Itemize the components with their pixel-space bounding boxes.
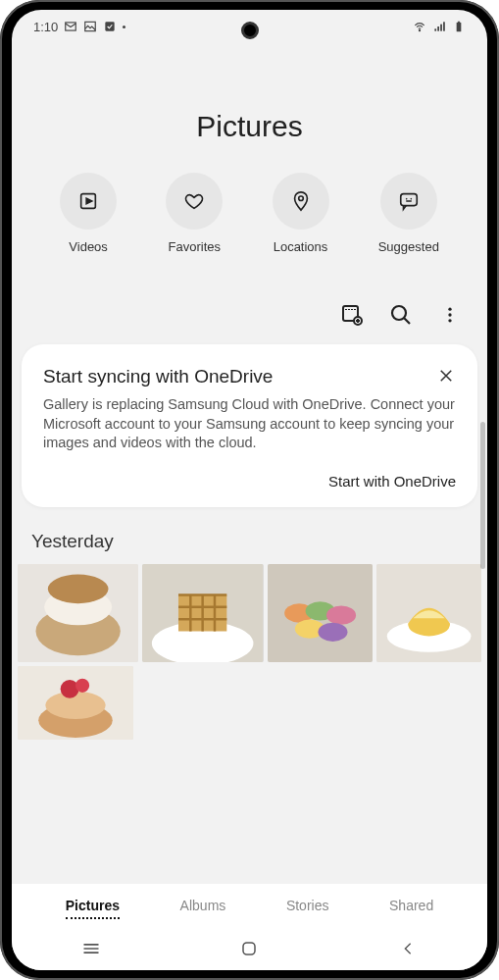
- section-title: Yesterday: [12, 531, 487, 552]
- category-row: Videos Favorites Locations Suggested: [12, 173, 487, 254]
- tab-pictures[interactable]: Pictures: [66, 898, 120, 919]
- signal-icon: [432, 21, 446, 32]
- svg-point-15: [392, 306, 406, 320]
- battery-icon: [452, 21, 466, 32]
- category-label: Suggested: [378, 239, 439, 254]
- image-icon: [83, 21, 97, 32]
- category-label: Favorites: [169, 239, 221, 254]
- heart-icon: [183, 190, 205, 212]
- page-title: Pictures: [12, 110, 487, 143]
- mail-icon: [64, 21, 77, 32]
- svg-rect-2: [106, 22, 115, 30]
- card-body: Gallery is replacing Samsung Cloud with …: [43, 395, 456, 453]
- svg-rect-9: [458, 22, 460, 23]
- more-button[interactable]: [438, 303, 462, 327]
- close-icon: [437, 367, 455, 385]
- svg-point-38: [75, 678, 89, 692]
- gallery-grid: [12, 564, 487, 744]
- category-suggested[interactable]: Suggested: [378, 173, 439, 254]
- svg-rect-42: [243, 943, 255, 954]
- status-time: 1:10: [33, 20, 58, 34]
- nav-back[interactable]: [396, 937, 420, 960]
- gif-add-button[interactable]: [340, 303, 364, 327]
- svg-point-16: [448, 308, 451, 311]
- photo-thumbnail[interactable]: [268, 564, 373, 662]
- svg-rect-6: [440, 25, 442, 31]
- onedrive-sync-card: Start syncing with OneDrive Gallery is r…: [22, 344, 477, 507]
- category-videos[interactable]: Videos: [60, 173, 117, 254]
- pin-icon: [290, 190, 312, 212]
- svg-point-31: [318, 622, 347, 641]
- photo-thumbnail[interactable]: [142, 564, 263, 662]
- photo-thumbnail[interactable]: [18, 666, 133, 740]
- play-icon: [77, 190, 99, 212]
- tab-shared[interactable]: Shared: [389, 898, 433, 919]
- svg-point-3: [419, 30, 420, 31]
- svg-rect-12: [401, 194, 418, 206]
- svg-rect-8: [457, 23, 462, 31]
- search-icon: [389, 303, 413, 327]
- svg-rect-5: [437, 26, 439, 31]
- nav-recents[interactable]: [79, 937, 103, 960]
- sparkle-chat-icon: [398, 190, 420, 212]
- svg-point-11: [298, 196, 303, 201]
- action-row: [12, 303, 487, 344]
- svg-point-18: [448, 319, 451, 322]
- search-button[interactable]: [389, 303, 413, 327]
- svg-rect-4: [434, 28, 436, 30]
- scroll-indicator[interactable]: [480, 422, 485, 569]
- nav-home[interactable]: [237, 937, 261, 960]
- check-icon: [103, 21, 117, 32]
- more-icon: [440, 305, 460, 325]
- category-favorites[interactable]: Favorites: [166, 173, 223, 254]
- tab-stories[interactable]: Stories: [286, 898, 329, 919]
- category-locations[interactable]: Locations: [273, 173, 329, 254]
- front-camera: [241, 22, 259, 39]
- photo-thumbnail[interactable]: [376, 564, 481, 662]
- gif-add-icon: [340, 302, 364, 328]
- system-navbar: [12, 927, 487, 970]
- photo-thumbnail[interactable]: [18, 564, 138, 662]
- card-title: Start syncing with OneDrive: [43, 366, 273, 387]
- svg-point-22: [48, 574, 109, 603]
- start-onedrive-button[interactable]: Start with OneDrive: [43, 473, 456, 490]
- close-button[interactable]: [436, 366, 456, 386]
- dot-icon: [123, 26, 125, 28]
- category-label: Locations: [274, 239, 328, 254]
- svg-point-17: [448, 313, 451, 316]
- tab-albums[interactable]: Albums: [180, 898, 226, 919]
- svg-rect-7: [443, 22, 445, 30]
- category-label: Videos: [69, 239, 108, 254]
- bottom-tabs: Pictures Albums Stories Shared: [12, 884, 487, 927]
- svg-point-29: [326, 605, 356, 624]
- wifi-icon: [413, 21, 426, 32]
